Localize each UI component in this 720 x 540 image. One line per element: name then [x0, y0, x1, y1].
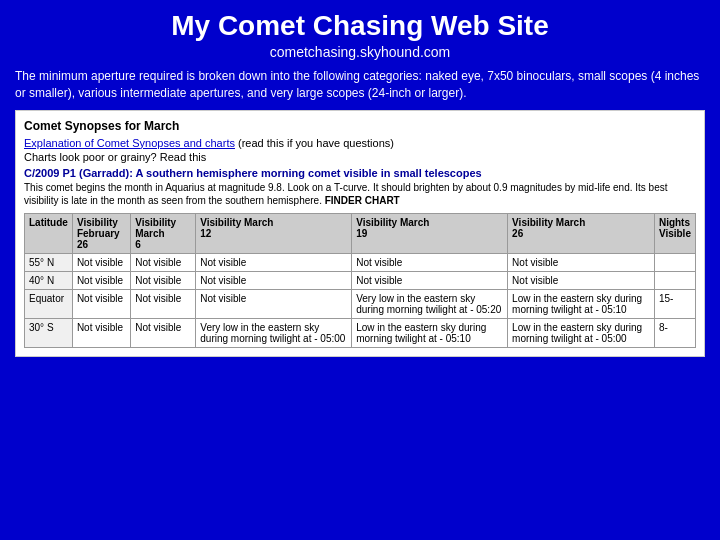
table-cell: Equator — [25, 289, 73, 318]
section-title: Comet Synopses for March — [24, 119, 696, 133]
table-cell: Not visible — [131, 318, 196, 347]
explanation-link[interactable]: Explanation of Comet Synopses and charts — [24, 137, 235, 149]
table-cell: Low in the eastern sky during morning tw… — [352, 318, 508, 347]
table-cell: Low in the eastern sky during morning tw… — [508, 318, 655, 347]
table-cell: Not visible — [196, 289, 352, 318]
col-header-mar12: Visibility March12 — [196, 213, 352, 253]
link-suffix: (read this if you have questions) — [238, 137, 394, 149]
table-cell: Not visible — [72, 289, 130, 318]
table-cell: Not visible — [508, 253, 655, 271]
table-cell: Not visible — [352, 253, 508, 271]
table-cell: Not visible — [196, 271, 352, 289]
col-header-nights: NightsVisible — [654, 213, 695, 253]
table-cell: Not visible — [72, 318, 130, 347]
table-cell: Low in the eastern sky during morning tw… — [508, 289, 655, 318]
table-cell: Not visible — [72, 271, 130, 289]
table-cell: 8- — [654, 318, 695, 347]
col-header-mar6: Visibility March6 — [131, 213, 196, 253]
table-cell: Not visible — [352, 271, 508, 289]
table-cell: 15- — [654, 289, 695, 318]
col-header-mar26: Visibility March26 — [508, 213, 655, 253]
table-cell: Not visible — [72, 253, 130, 271]
table-cell: Very low in the eastern sky during morni… — [196, 318, 352, 347]
table-cell: 40° N — [25, 271, 73, 289]
page-title: My Comet Chasing Web Site — [15, 10, 705, 42]
col-header-mar19: Visibility March19 — [352, 213, 508, 253]
grainy-line: Charts look poor or grainy? Read this — [24, 151, 696, 163]
comet-title: C/2009 P1 (Garradd): A southern hemisphe… — [24, 167, 696, 179]
col-header-latitude: Latitude — [25, 213, 73, 253]
table-cell — [654, 271, 695, 289]
table-cell: Very low in the eastern sky during morni… — [352, 289, 508, 318]
visibility-table: Latitude VisibilityFebruary 26 Visibilit… — [24, 213, 696, 348]
table-cell: Not visible — [131, 271, 196, 289]
table-row: EquatorNot visibleNot visibleNot visible… — [25, 289, 696, 318]
description-text: The minimum aperture required is broken … — [15, 68, 705, 102]
table-cell: Not visible — [131, 253, 196, 271]
col-header-feb26: VisibilityFebruary 26 — [72, 213, 130, 253]
finder-chart-link[interactable]: FINDER CHART — [325, 195, 400, 206]
table-row: 30° SNot visibleNot visibleVery low in t… — [25, 318, 696, 347]
table-cell — [654, 253, 695, 271]
table-cell: 30° S — [25, 318, 73, 347]
table-cell: Not visible — [196, 253, 352, 271]
table-cell: Not visible — [131, 289, 196, 318]
table-cell: 55° N — [25, 253, 73, 271]
site-url: cometchasing.skyhound.com — [15, 44, 705, 60]
table-row: 40° NNot visibleNot visibleNot visibleNo… — [25, 271, 696, 289]
table-row: 55° NNot visibleNot visibleNot visibleNo… — [25, 253, 696, 271]
table-cell: Not visible — [508, 271, 655, 289]
content-box: Comet Synopses for March Explanation of … — [15, 110, 705, 357]
comet-desc: This comet begins the month in Aquarius … — [24, 181, 696, 207]
